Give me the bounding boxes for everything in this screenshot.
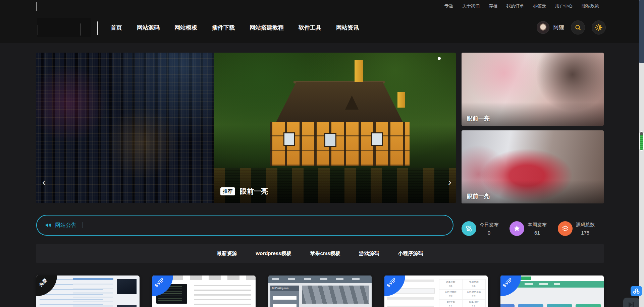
nav-item-templates[interactable]: 网站模板 [174,24,197,32]
notice-bar[interactable]: 网站公告 [36,215,453,236]
grid-cell: 今日成交金额 0元 [462,289,485,299]
stat-value: 0 [488,230,490,236]
grid-label: 剩余卡密 [463,301,484,304]
play-next-icon[interactable] [623,298,639,307]
scroll-progress-widget[interactable] [639,131,644,151]
logo-mark [38,25,38,35]
topbar-link-orders[interactable]: 我的订单 [506,3,524,9]
scrollbar-thumb[interactable] [639,0,644,63]
bandage-icon [462,221,476,236]
cottage-window [283,132,295,146]
grid-label: 交易完成 [463,281,484,284]
topbar-link-topics[interactable]: 专题 [444,3,453,9]
topbar-link-privacy[interactable]: 隐私政策 [582,3,599,9]
side-card-title: 眼前一亮 [467,192,490,200]
user-area: 阿狸 [537,12,606,43]
stat-tile: 0 / 笔 [576,304,601,307]
share-icon [633,288,640,295]
nav-item-software-tools[interactable]: 软件工具 [299,24,321,32]
grid-value: 0单 [440,285,461,288]
grid-label: 今日订单数 [440,291,461,294]
site-logo[interactable] [37,18,91,37]
search-icon [575,24,581,31]
cottage-window [371,132,383,146]
nav-item-source-code[interactable]: 网站源码 [137,24,160,32]
stat-total: 源码总数 175 [558,221,606,236]
nav-item-home[interactable]: 首页 [111,24,122,32]
resource-tabs: 最新资源 wordpress模板 苹果cms模板 游戏源码 小程序源码 [36,244,604,263]
stat-today: 今日发布 0 [462,221,509,236]
thumbnail-image [117,305,137,307]
tab-applecms[interactable]: 苹果cms模板 [310,250,340,257]
topbar-link-tags[interactable]: 标签云 [533,3,546,9]
page: { "colors": { "accent": "#2ab7d9", "gold… [0,0,644,307]
slide-caption: 推荐 眼前一亮 [220,187,268,196]
thumbnail-nav-items [272,278,368,280]
cottage-roof [267,82,412,122]
topbar-link-usercenter[interactable]: 用户中心 [555,3,573,9]
caption-shade [214,166,456,203]
notice-divider [83,222,83,228]
thumbnail-stat-tiles: 0 / 元 0 / 笔 0 / 笔 [500,304,601,307]
resource-card[interactable]: SVIP [152,275,256,307]
ribbon-label: SVIP [154,277,165,288]
speaker-icon [45,222,52,229]
user-avatar[interactable] [537,21,549,34]
thumbnail-text-lines [194,285,251,307]
side-card-2[interactable]: 眼前一亮 [462,130,604,203]
ribbon-label: SVIP [502,277,513,288]
grid-value: 0笔 [440,295,461,298]
nav-item-tutorials[interactable]: 网站搭建教程 [250,24,284,32]
grid-cell: 交易完成 0单 [462,279,485,289]
thumbnail-text-lines [73,284,113,307]
tab-latest[interactable]: 最新资源 [217,250,237,257]
grid-label: 订单总数 [440,281,461,284]
resource-card[interactable]: 订单总数 0单 交易完成 0单 今日订单数 0笔 今日成交金额 0元 卡密总数 … [384,275,488,307]
stat-tile: 0 / 元 [518,304,543,307]
resource-card[interactable]: 免费 [36,275,140,307]
thumbnail-image [117,279,137,294]
topbar-link-about[interactable]: 关于我们 [462,3,480,9]
stat-tile: 0 / 笔 [547,304,572,307]
tab-wordpress[interactable]: wordpress模板 [256,250,291,257]
resource-card[interactable]: DNParking.com 域名停靠是什么? [268,275,372,307]
svip-ribbon: SVIP [500,275,521,296]
carousel-slide-city-night[interactable] [36,53,214,203]
site-header: 专题 关于我们 存档 我的订单 标签云 用户中心 隐私政策 首页 网站源码 网站… [0,0,644,43]
thumbnail-stats-grid: 订单总数 0单 交易完成 0单 今日订单数 0笔 今日成交金额 0元 卡密总数 … [439,279,486,307]
stat-value: 175 [581,230,589,236]
topbar-link-archive[interactable]: 存档 [489,3,497,9]
thumbnail-input [273,296,297,300]
carousel-prev-button[interactable]: ‹ [39,175,49,189]
nav-item-site-news[interactable]: 网站资讯 [336,24,359,32]
stats-panel: 今日发布 0 本周发布 61 源码总数 175 [462,221,606,236]
carousel-indicator-dot[interactable] [438,57,441,60]
resource-card[interactable]: 0 / 元 0 / 笔 0 / 笔 SVIP [500,275,604,307]
grid-value: 0单 [463,285,484,288]
slide-dim-overlay [36,53,214,203]
thumbnail-site-name: DNParking.com [270,286,299,291]
grid-value: 0个 [440,305,461,307]
tab-miniprogram[interactable]: 小程序源码 [398,250,423,257]
recommend-badge: 推荐 [220,187,235,195]
thumbnail-banner [302,286,369,304]
nav-item-plugins[interactable]: 插件下载 [212,24,235,32]
tab-game-source[interactable]: 游戏源码 [359,250,379,257]
carousel-slide-cottage[interactable]: 推荐 眼前一亮 [214,53,456,203]
star-icon [509,221,524,236]
side-card-1[interactable]: 眼前一亮 [462,53,604,126]
stat-value: 61 [534,230,540,236]
carousel-next-button[interactable]: › [445,175,455,189]
main-nav: 首页 网站源码 网站模板 插件下载 网站搭建教程 软件工具 网站资讯 [111,12,359,43]
stat-label: 源码总数 [576,222,595,228]
grid-cell: 剩余卡密 0个 [462,299,485,307]
cottage-window [324,133,336,147]
grid-cell: 卡密总数 0个 [439,299,462,307]
theme-toggle-button[interactable] [592,20,606,35]
user-name[interactable]: 阿狸 [553,24,564,31]
slide-title[interactable]: 眼前一亮 [240,187,268,196]
side-card-title: 眼前一亮 [467,115,490,122]
extension-button[interactable] [631,286,642,296]
grid-cell: 今日订单数 0笔 [439,289,462,299]
search-button[interactable] [571,20,585,35]
